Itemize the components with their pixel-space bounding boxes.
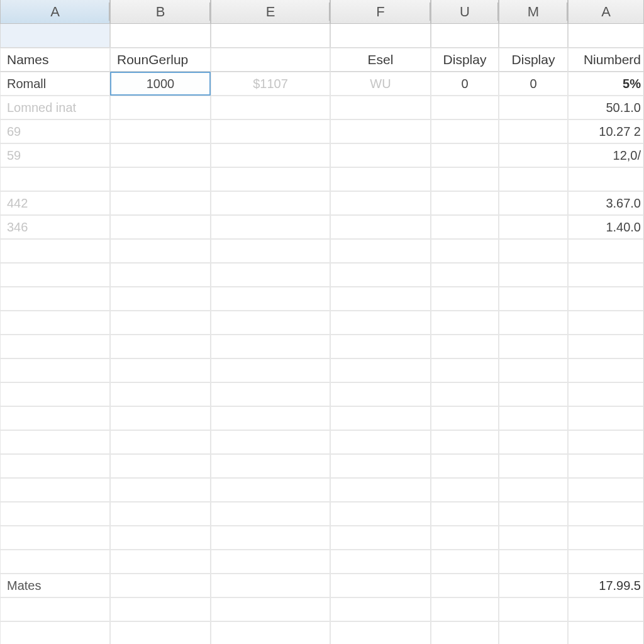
cell[interactable] xyxy=(211,430,330,454)
header-esel[interactable]: Esel xyxy=(330,48,431,72)
cell[interactable] xyxy=(499,239,568,263)
cell[interactable] xyxy=(110,287,211,311)
cell[interactable] xyxy=(568,239,644,263)
cell[interactable] xyxy=(330,167,431,191)
cell[interactable] xyxy=(110,454,211,478)
cell[interactable] xyxy=(110,335,211,358)
cell[interactable] xyxy=(568,454,644,478)
cell[interactable] xyxy=(568,311,644,335)
cell[interactable]: $1107 xyxy=(211,72,330,96)
cell[interactable] xyxy=(431,574,499,597)
cell[interactable] xyxy=(499,143,568,167)
header-niumberd[interactable]: Niumberd xyxy=(568,48,644,72)
header-display-2[interactable]: Display xyxy=(499,48,568,72)
cell[interactable] xyxy=(431,215,499,239)
cell[interactable] xyxy=(0,24,110,48)
cell[interactable] xyxy=(110,24,211,48)
cell[interactable] xyxy=(499,215,568,239)
cell[interactable] xyxy=(0,526,110,550)
cell[interactable] xyxy=(211,597,330,621)
col-header-A[interactable]: A xyxy=(0,0,110,24)
cell[interactable] xyxy=(110,358,211,382)
cell[interactable] xyxy=(431,96,499,119)
cell[interactable] xyxy=(568,24,644,48)
cell[interactable] xyxy=(431,406,499,430)
cell[interactable] xyxy=(330,502,431,526)
cell[interactable] xyxy=(211,502,330,526)
cell[interactable] xyxy=(431,335,499,358)
cell[interactable] xyxy=(0,406,110,430)
cell[interactable] xyxy=(110,550,211,574)
cell[interactable] xyxy=(330,358,431,382)
cell[interactable] xyxy=(568,526,644,550)
cell[interactable] xyxy=(110,430,211,454)
cell[interactable] xyxy=(110,119,211,143)
cell[interactable] xyxy=(568,335,644,358)
cell[interactable] xyxy=(431,358,499,382)
cell[interactable] xyxy=(568,597,644,621)
cell[interactable] xyxy=(0,502,110,526)
cell[interactable]: 50.1.0 xyxy=(568,96,644,119)
cell[interactable] xyxy=(211,239,330,263)
cell[interactable] xyxy=(330,311,431,335)
cell[interactable] xyxy=(0,597,110,621)
cell[interactable] xyxy=(568,382,644,406)
cell[interactable] xyxy=(211,478,330,502)
cell[interactable] xyxy=(211,96,330,119)
col-header-U[interactable]: U xyxy=(431,0,499,24)
spreadsheet-grid[interactable]: A B E F U M A Names RounGerlup Esel Disp… xyxy=(0,0,644,644)
cell[interactable]: 12,0/ xyxy=(568,143,644,167)
cell[interactable] xyxy=(431,597,499,621)
cell[interactable]: 17.99.5 xyxy=(568,574,644,597)
col-header-E[interactable]: E xyxy=(211,0,330,24)
cell[interactable] xyxy=(568,287,644,311)
cell[interactable] xyxy=(110,478,211,502)
cell[interactable] xyxy=(499,406,568,430)
cell[interactable] xyxy=(330,430,431,454)
cell[interactable] xyxy=(0,311,110,335)
cell[interactable]: 1.40.0 xyxy=(568,215,644,239)
cell[interactable] xyxy=(211,574,330,597)
cell[interactable] xyxy=(499,550,568,574)
cell[interactable] xyxy=(330,119,431,143)
cell[interactable] xyxy=(499,24,568,48)
cell[interactable]: 5% xyxy=(568,72,644,96)
cell[interactable] xyxy=(499,574,568,597)
cell[interactable] xyxy=(431,167,499,191)
cell[interactable] xyxy=(330,191,431,215)
cell[interactable] xyxy=(110,502,211,526)
cell[interactable] xyxy=(330,621,431,644)
cell[interactable] xyxy=(0,167,110,191)
cell[interactable] xyxy=(110,239,211,263)
cell[interactable] xyxy=(211,335,330,358)
cell[interactable] xyxy=(0,478,110,502)
cell[interactable] xyxy=(330,597,431,621)
cell[interactable] xyxy=(330,478,431,502)
cell[interactable] xyxy=(110,215,211,239)
cell-mates[interactable]: Mates xyxy=(0,574,110,597)
cell[interactable] xyxy=(568,167,644,191)
cell[interactable] xyxy=(211,167,330,191)
cell[interactable] xyxy=(0,550,110,574)
cell[interactable] xyxy=(211,191,330,215)
cell[interactable] xyxy=(431,550,499,574)
cell[interactable] xyxy=(110,526,211,550)
cell[interactable] xyxy=(110,263,211,287)
header-names[interactable]: Names xyxy=(0,48,110,72)
cell[interactable] xyxy=(499,478,568,502)
cell[interactable] xyxy=(499,358,568,382)
cell[interactable] xyxy=(499,597,568,621)
cell[interactable] xyxy=(211,263,330,287)
cell[interactable] xyxy=(499,96,568,119)
cell[interactable] xyxy=(431,526,499,550)
cell[interactable] xyxy=(499,119,568,143)
cell[interactable] xyxy=(110,597,211,621)
cell[interactable] xyxy=(330,454,431,478)
cell[interactable]: WU xyxy=(330,72,431,96)
cell[interactable] xyxy=(330,24,431,48)
cell[interactable] xyxy=(0,621,110,644)
cell[interactable]: 346 xyxy=(0,215,110,239)
cell[interactable] xyxy=(0,454,110,478)
cell[interactable] xyxy=(568,550,644,574)
cell[interactable] xyxy=(0,287,110,311)
